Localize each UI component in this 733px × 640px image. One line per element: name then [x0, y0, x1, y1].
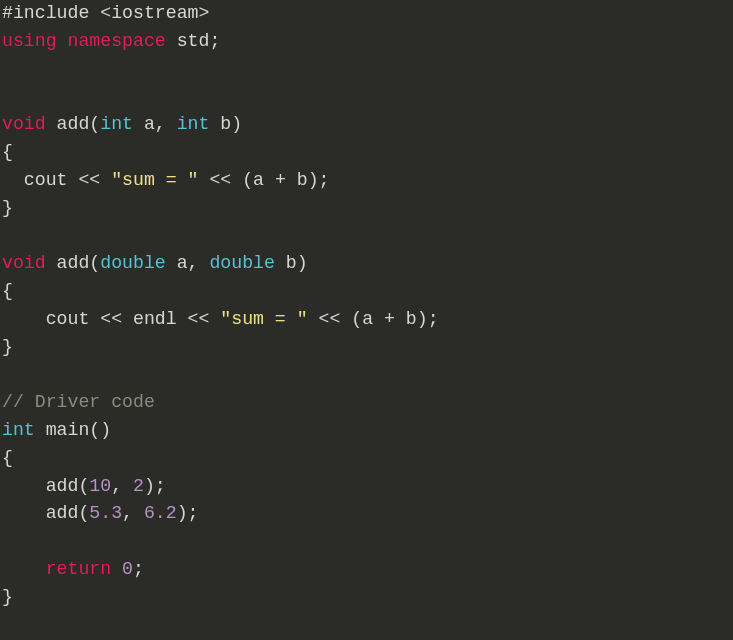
keyword-void: void [2, 253, 46, 273]
keyword-namespace: namespace [68, 31, 166, 51]
call-add: add( [2, 503, 89, 523]
type-int: int [100, 114, 133, 134]
stmt-cout: cout << [2, 170, 111, 190]
func-main: main() [35, 420, 111, 440]
type-double: double [100, 253, 166, 273]
brace-open: { [2, 448, 13, 468]
code-block: #include <iostream> using namespace std;… [0, 0, 733, 612]
number-10: 10 [89, 476, 111, 496]
semicolon: ; [133, 559, 144, 579]
preproc-include: #include [2, 3, 89, 23]
func-add-double: add( [46, 253, 101, 273]
func-add-int: add( [46, 114, 101, 134]
type-double: double [209, 253, 275, 273]
brace-close: } [2, 198, 13, 218]
paren-close: ); [144, 476, 166, 496]
brace-close: } [2, 587, 13, 607]
number-5-3: 5.3 [89, 503, 122, 523]
number-0: 0 [122, 559, 133, 579]
type-int: int [177, 114, 210, 134]
keyword-using: using [2, 31, 57, 51]
keyword-void: void [2, 114, 46, 134]
paren-close: ); [177, 503, 199, 523]
brace-open: { [2, 142, 13, 162]
param-b: b) [275, 253, 308, 273]
number-2: 2 [133, 476, 144, 496]
stmt-cout-endl: cout << endl << [2, 309, 220, 329]
string-sum: "sum = " [111, 170, 198, 190]
type-int: int [2, 420, 35, 440]
expr-aplusb: << (a + b); [198, 170, 329, 190]
number-6-2: 6.2 [144, 503, 177, 523]
comma: , [111, 476, 133, 496]
brace-open: { [2, 281, 13, 301]
param-a: a, [166, 253, 210, 273]
expr-aplusb: << (a + b); [308, 309, 439, 329]
param-a: a, [133, 114, 177, 134]
param-b: b) [209, 114, 242, 134]
brace-close: } [2, 337, 13, 357]
preproc-header: <iostream> [89, 3, 209, 23]
space [111, 559, 122, 579]
comma: , [122, 503, 144, 523]
indent [2, 559, 46, 579]
keyword-return: return [46, 559, 112, 579]
call-add: add( [2, 476, 89, 496]
ident-std: std; [166, 31, 221, 51]
string-sum: "sum = " [220, 309, 307, 329]
comment-driver: // Driver code [2, 392, 155, 412]
